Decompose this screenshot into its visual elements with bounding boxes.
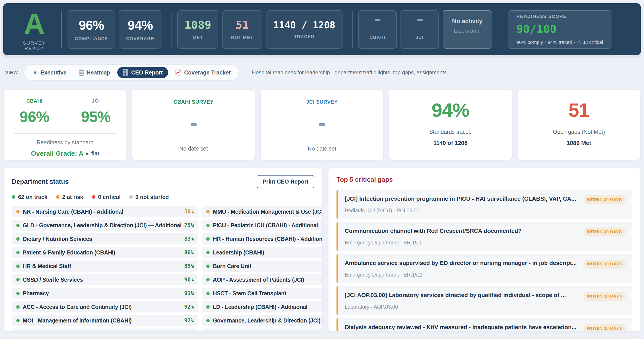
activity-title: No activity (452, 18, 482, 25)
jci-label: JCI (416, 35, 424, 40)
department-label: HSCT - Stem Cell Transplant (213, 290, 323, 296)
trend-word: flat (91, 150, 99, 156)
cbahi-survey-caption: No date set (132, 146, 255, 152)
department-label: GLD - Governance, Leadership & Direction… (23, 222, 182, 228)
gap-meta: Laboratory · AOP.03.00 (345, 304, 626, 310)
grade-letter: A (13, 9, 56, 38)
legend-item: 62 on track (12, 194, 48, 200)
readiness-score-label: READINESS SCORE (516, 14, 567, 19)
chart-icon (175, 69, 182, 76)
due-badge: WITHIN 30 DAYS (583, 292, 626, 301)
list-item[interactable]: [JCI] Infection prevention programme in … (336, 190, 632, 219)
table-row[interactable]: GLD - Governance, Leadership & Direction… (12, 220, 198, 231)
last-scored-box: No activity Last scored (443, 10, 492, 48)
table-row[interactable]: CSSD / Sterile Services 90% (12, 274, 198, 285)
department-score: 83% (184, 236, 194, 242)
list-item[interactable]: [JCI AOP.03.00] Laboratory services dire… (336, 286, 632, 315)
department-label: HR & Medical Staff (23, 263, 182, 270)
traced-value: 1140 / 1208 (273, 20, 335, 30)
department-score: 92% (184, 317, 194, 324)
tab-coverage-tracker[interactable]: Coverage Tracker (170, 67, 236, 78)
department-label: Governance, Leadership & Direction (JCI) (213, 317, 323, 324)
status-dot-icon (92, 195, 96, 199)
not-met-value: 51 (236, 18, 249, 32)
readiness-caption: Readiness by standard (4, 139, 126, 146)
legend-label: 0 not started (135, 194, 169, 200)
table-row[interactable]: ACC - Access to Care and Continuity (JCI… (12, 301, 198, 312)
status-dot-icon (206, 264, 210, 268)
jci-survey-card: JCI SURVEY No date set (260, 89, 384, 160)
divider (14, 133, 116, 134)
cbahi-survey-title: CBAHI SURVEY (132, 99, 255, 105)
tab-label: CEO Report (131, 69, 163, 76)
due-badge: WITHIN 30 DAYS (583, 195, 626, 204)
status-dot-icon (16, 264, 20, 268)
table-row[interactable]: LD - Leadership (CBAHI) - Additional 92% (202, 301, 323, 312)
table-row[interactable]: Leadership (CBAHI) 88% (202, 247, 323, 258)
header-stat-coverage: 94% COVERAGE (119, 10, 161, 48)
critical-gaps-list: [JCI] Infection prevention programme in … (336, 190, 632, 332)
department-score: 86% (184, 249, 194, 256)
list-item[interactable]: Dialysis adequacy reviewed - Kt/V measur… (336, 318, 632, 332)
department-label: Patient & Family Education (CBAHI) (23, 249, 182, 256)
status-dot-icon (16, 292, 20, 295)
legend-label: 62 on track (18, 194, 48, 200)
table-row[interactable]: Dietary / Nutrition Services 83% (12, 233, 198, 244)
tab-label: Executive (40, 69, 67, 76)
table-row[interactable]: MOI - Management of Information (CBAHI) … (12, 315, 198, 326)
department-label: Leadership (CBAHI) (213, 249, 323, 256)
table-row-partial (202, 328, 323, 332)
table-row[interactable]: HSCT - Stem Cell Transplant 92% (202, 288, 323, 299)
legend-item: 0 critical (92, 194, 121, 200)
open-gaps-label: Open gaps (Not Met) (518, 129, 640, 135)
department-label: HR - Human Resources (CBAHI) - Additiona… (213, 236, 323, 242)
empty-value-dash (319, 123, 325, 126)
next-section-edge (3, 336, 641, 339)
standards-traced-label: Standards traced (389, 129, 512, 135)
table-row[interactable]: Patient & Family Education (CBAHI) 86% (12, 247, 198, 258)
header-stat-cbahi: CBAHI (358, 10, 397, 48)
tab-ceo-report[interactable]: CEO Report (117, 67, 168, 78)
table-row[interactable]: NR - Nursing Care (CBAHI) - Additional 5… (12, 206, 198, 217)
status-dot-icon (16, 224, 20, 227)
status-dot-icon (206, 319, 210, 322)
traced-label: TRACED (294, 34, 314, 39)
table-row[interactable]: AOP - Assessment of Patients (JCI) 90% (202, 274, 323, 285)
divider (171, 11, 172, 48)
empty-value-dash (417, 19, 422, 21)
gap-meta: Pediatric ICU (PICU) · PCI.05.00 (345, 208, 626, 214)
overall-grade-line: Overall Grade: A ▶ flat (4, 150, 126, 157)
table-row[interactable]: PICU - Pediatric ICU (CBAHI) - Additiona… (202, 220, 323, 231)
open-gaps-caption: 1089 Met (518, 140, 640, 146)
list-item[interactable]: Ambulance service supervised by ED direc… (336, 254, 632, 283)
department-score: 89% (184, 263, 194, 269)
department-status-title: Department status (12, 178, 69, 185)
jci-label: JCI (65, 98, 126, 104)
table-row[interactable]: Governance, Leadership & Direction (JCI)… (202, 315, 323, 326)
tab-heatmap[interactable]: Heatmap (74, 67, 116, 78)
tab-executive[interactable]: ★ Executive (27, 67, 72, 78)
header-stat-jci: JCI (400, 10, 439, 48)
standards-traced-value: 94% (389, 99, 512, 121)
department-label: Dietary / Nutrition Services (23, 236, 182, 242)
cbahi-label: CBAHI (370, 35, 385, 40)
status-dot-icon (16, 237, 20, 241)
legend-label: 0 critical (98, 194, 121, 200)
grade-caption: SURVEY READY (13, 40, 56, 51)
list-item[interactable]: Communication channel with Red Crescent/… (336, 222, 632, 251)
table-row[interactable]: Pharmacy 91% (12, 288, 198, 299)
due-badge: WITHIN 30 DAYS (583, 324, 626, 332)
gap-title: Dialysis adequacy reviewed - Kt/V measur… (345, 324, 576, 331)
coverage-value: 94% (128, 18, 153, 32)
department-label: Burn Care Unit (213, 263, 323, 270)
activity-subtitle: Last scored (454, 28, 480, 34)
table-row[interactable]: HR & Medical Staff 89% (12, 260, 198, 272)
table-row[interactable]: MMU - Medication Management & Use (JCI) … (202, 206, 323, 217)
status-dot-icon (129, 195, 133, 199)
status-legend: 62 on track 2 at risk 0 critical 0 not s… (12, 193, 314, 201)
table-row[interactable]: Burn Care Unit 90% (202, 260, 323, 272)
department-score: 91% (184, 290, 194, 296)
table-row[interactable]: HR - Human Resources (CBAHI) - Additiona… (202, 233, 323, 244)
status-dot-icon (206, 292, 210, 295)
print-ceo-report-button[interactable]: Print CEO Report (257, 175, 314, 188)
